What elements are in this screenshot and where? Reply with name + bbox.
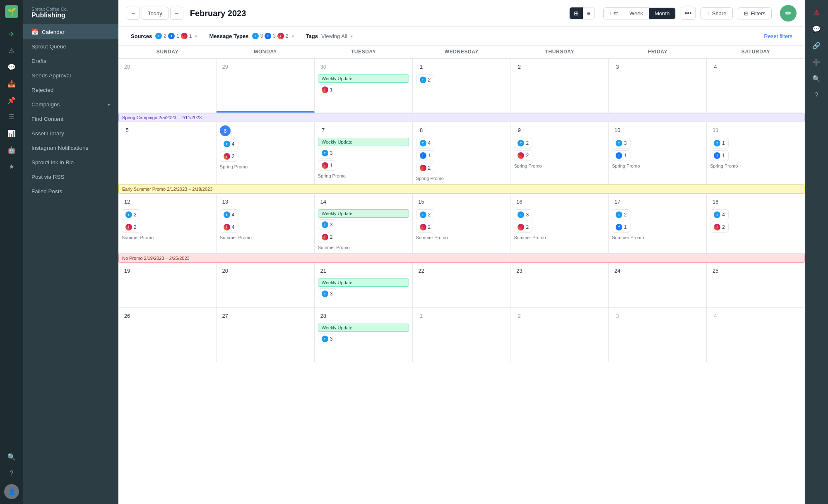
sidebar-item-sprout-queue[interactable]: Sprout Queue (23, 39, 118, 54)
inbox-icon[interactable]: ⚠ (4, 43, 19, 58)
pin-icon[interactable]: 📌 (4, 93, 19, 108)
twitter-count-2c[interactable]: t 2 (416, 209, 435, 220)
calendar-cell-feb10: 10 t 3 f 1 Spring Promo (609, 113, 707, 184)
list-view-mode-button[interactable]: List (604, 8, 623, 19)
spring-campaign-banner[interactable]: Spring Campaign 2/5/2023 – 2/11/2023 (118, 113, 805, 122)
sidebar-item-sproutlink[interactable]: SproutLink in Bio (23, 155, 118, 170)
facebook-count-1c[interactable]: f 1 (710, 150, 729, 161)
search-icon[interactable]: 🔍 (4, 449, 19, 464)
analytics-icon[interactable]: 📊 (4, 126, 19, 141)
speech-bubble-icon[interactable]: 💬 (809, 22, 824, 36)
weekly-update-event-28[interactable]: Weekly Update (318, 324, 409, 332)
more-options-button[interactable]: ••• (681, 7, 696, 20)
instagram-count-2e[interactable]: i 2 (416, 222, 435, 233)
user-avatar[interactable]: 👤 (4, 484, 19, 499)
calendar-cell-feb11: 11 t 1 f 1 Spring Promo (707, 113, 805, 184)
twitter-count-1a[interactable]: t 1 (710, 138, 729, 149)
no-promo-banner[interactable]: No Promo 2/19/2023 – 2/25/2023 (118, 254, 805, 263)
star-icon[interactable]: ★ (4, 159, 19, 174)
facebook-count-1b[interactable]: f 1 (612, 150, 631, 161)
twitter-icon: t (616, 140, 622, 146)
filters-button[interactable]: ⊟ Filters (738, 7, 772, 19)
calendar-title: February 2023 (190, 9, 564, 18)
sidebar-item-campaigns[interactable]: Campaigns ▾ (23, 97, 118, 112)
sidebar-item-label: Post via RSS (31, 174, 65, 180)
search-icon[interactable]: 🔍 (809, 71, 824, 86)
messages-icon[interactable]: 💬 (4, 60, 19, 74)
list-view-button[interactable]: ≡ (583, 7, 595, 19)
link-icon[interactable]: 🔗 (809, 38, 824, 53)
facebook-count-1d[interactable]: f 1 (612, 222, 631, 233)
twitter-count-4a[interactable]: t 4 (416, 138, 435, 149)
sidebar-item-calendar[interactable]: 📅 Calendar (23, 24, 118, 39)
sources-filter[interactable]: Sources t 2 f 1 i 1 ▾ (125, 30, 203, 42)
weekly-update-event-21[interactable]: Weekly Update (318, 278, 409, 287)
sidebar-item-asset-library[interactable]: Asset Library (23, 126, 118, 141)
calendar-cell-feb28: 28 Weekly Update t 3 (315, 308, 413, 362)
instagram-count-2b[interactable]: i 2 (514, 150, 532, 161)
inbox2-icon[interactable]: 📥 (4, 76, 19, 91)
weekly-update-event[interactable]: Weekly Update (318, 74, 409, 83)
facebook-count-1a[interactable]: f 1 (416, 150, 435, 161)
help-icon[interactable]: ? (809, 88, 824, 103)
date-30: 30 (318, 61, 329, 72)
sidebar-item-label: Campaigns (31, 101, 60, 108)
sidebar-item-instagram-notifications[interactable]: Instagram Notifications (23, 141, 118, 155)
publishing-icon[interactable]: ✈ (4, 26, 19, 41)
date-2: 2 (514, 61, 525, 72)
twitter-count-3e[interactable]: t 3 (318, 288, 337, 299)
help-icon[interactable]: ? (4, 466, 19, 481)
twitter-count-3c[interactable]: t 3 (318, 219, 337, 230)
instagram-count-2c[interactable]: i 2 (122, 222, 140, 233)
twitter-count-2a[interactable]: t 2 (514, 138, 532, 149)
weekly-update-event-14[interactable]: Weekly Update (318, 209, 409, 218)
month-view-mode-button[interactable]: Month (649, 8, 675, 19)
add-icon[interactable]: ➕ (809, 55, 824, 70)
tags-filter[interactable]: Tags Viewing All ▾ (300, 31, 359, 42)
tasks-icon[interactable]: ☰ (4, 109, 19, 124)
calendar-cell-jan29: 29 (217, 59, 315, 113)
sidebar-item-find-content[interactable]: Find Content (23, 112, 118, 126)
instagram-count-2f[interactable]: i 2 (514, 222, 532, 233)
instagram-count-1a[interactable]: i 1 (318, 160, 337, 171)
week-view-mode-button[interactable]: Week (623, 8, 649, 19)
sidebar-item-post-via-rss[interactable]: Post via RSS (23, 170, 118, 184)
bot-icon[interactable]: 🤖 (4, 142, 19, 157)
instagram-count-4a[interactable]: i 4 (220, 222, 238, 233)
today-button[interactable]: Today (142, 7, 168, 20)
early-summer-promo-banner[interactable]: Early Summer Promo 2/12/2023 – 2/18/2023 (118, 185, 805, 194)
reset-filters-button[interactable]: Reset filters (758, 33, 798, 39)
twitter-count-2[interactable]: t 2 (416, 74, 435, 85)
alert-icon[interactable]: ⚠ (809, 5, 824, 20)
weekly-update-event-7[interactable]: Weekly Update (318, 138, 409, 146)
instagram-count-2a[interactable]: i 2 (416, 163, 435, 173)
sidebar-item-label: Instagram Notifications (31, 145, 88, 151)
instagram-count-2[interactable]: i 2 (220, 151, 238, 162)
sidebar-item-drafts[interactable]: Drafts (23, 54, 118, 68)
sidebar-item-failed-posts[interactable]: Failed Posts (23, 184, 118, 199)
sidebar-item-needs-approval[interactable]: Needs Approval (23, 68, 118, 83)
twitter-count-4[interactable]: t 4 (220, 139, 238, 149)
twitter-count-3a[interactable]: t 3 (318, 148, 337, 158)
forward-button[interactable]: → (170, 7, 183, 20)
grid-view-button[interactable]: ⊞ (570, 7, 583, 19)
twitter-count-3f[interactable]: t 3 (318, 334, 337, 344)
instagram-icon: i (518, 152, 524, 159)
sidebar-item-rejected[interactable]: Rejected (23, 83, 118, 97)
twitter-count-4b[interactable]: t 4 (220, 209, 238, 220)
tags-label: Tags (306, 33, 318, 39)
compose-button[interactable]: ✏ (780, 5, 797, 22)
twitter-count-3b[interactable]: t 3 (612, 138, 631, 149)
twitter-count-2b[interactable]: t 2 (122, 209, 140, 220)
back-button[interactable]: ← (127, 7, 140, 20)
twitter-count-3d[interactable]: t 3 (514, 209, 532, 220)
message-types-filter[interactable]: Message Types t 3 f 3 i 2 ▾ (203, 30, 300, 42)
twitter-count-4c[interactable]: t 4 (710, 209, 729, 220)
sidebar-item-label: Rejected (31, 87, 53, 93)
share-button[interactable]: ↑ Share (700, 7, 732, 19)
twitter-count-2d[interactable]: t 2 (612, 209, 631, 220)
sidebar-item-label: Drafts (31, 58, 46, 64)
instagram-count-2d[interactable]: i 2 (318, 232, 337, 242)
instagram-count-1[interactable]: i 1 (318, 84, 337, 95)
instagram-count-2g[interactable]: i 2 (710, 222, 729, 233)
